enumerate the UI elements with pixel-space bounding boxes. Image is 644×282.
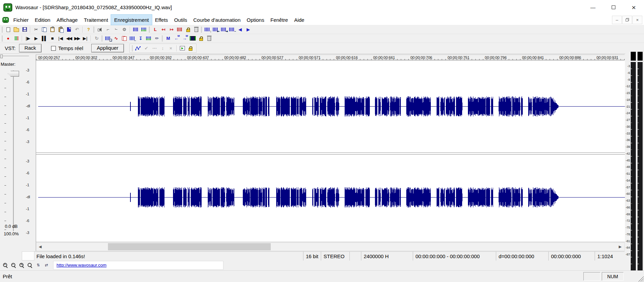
menu-fichier[interactable]: Fichier [10, 15, 32, 25]
scrollbar-thumb[interactable] [108, 243, 271, 250]
master-slider-handle[interactable] [8, 71, 19, 77]
ruler-label: 00:00:00:661 [373, 56, 395, 60]
menu-affichage[interactable]: Affichage [53, 15, 81, 25]
resample-icon[interactable]: ↔ [128, 35, 137, 42]
stop-icon[interactable]: ■ [48, 35, 57, 42]
pause-icon[interactable]: ▌▌ [40, 35, 48, 42]
record-icon[interactable]: ● [4, 35, 12, 42]
zoom-selection-icon[interactable]: ∿ [18, 262, 26, 269]
nudge-right-icon[interactable]: ▶ [244, 26, 252, 33]
automation-smooth-icon[interactable]: ⋯ [151, 45, 159, 52]
vst-lock-icon[interactable] [187, 45, 195, 52]
zoom-out-icon[interactable]: − [10, 262, 18, 269]
menu-enregistrement[interactable]: Enregistrement [111, 15, 152, 25]
close-button[interactable]: × [624, 0, 644, 15]
spectrum-view-icon[interactable] [140, 26, 148, 33]
help-icon[interactable]: ? [84, 26, 93, 33]
menu-courbe-d-automation[interactable]: Courbe d'automation [190, 15, 244, 25]
open-file-icon[interactable] [12, 26, 20, 33]
wave-op-flatten-icon [229, 28, 235, 31]
automation-clear-icon[interactable]: × [167, 45, 175, 52]
mdi-restore-button[interactable] [622, 16, 632, 24]
zoom-horizontal-icon[interactable]: ⇄ [42, 262, 50, 269]
vst-rack-button[interactable]: Rack [19, 44, 42, 52]
marker-all-icon[interactable] [176, 26, 184, 33]
maximize-button[interactable] [603, 0, 624, 15]
lock-icon[interactable] [197, 35, 205, 42]
menu-options[interactable]: Options [244, 15, 267, 25]
menu-effets[interactable]: Effets [152, 15, 171, 25]
fast-forward-icon[interactable]: ▶▶ [73, 35, 81, 42]
statistics-icon[interactable]: ↧ [137, 35, 145, 42]
waveform-view-icon[interactable] [132, 26, 140, 33]
wrench-icon[interactable]: ⚙ [120, 26, 128, 33]
mdi-close-button[interactable]: × [632, 16, 642, 24]
minimize-button[interactable]: — [583, 0, 603, 15]
play-from-cursor-icon[interactable]: |▶ [24, 35, 32, 42]
vst-apply-button[interactable]: Appliquer [91, 44, 124, 52]
zoom-vertical-icon[interactable]: ⇅ [34, 262, 42, 269]
wave-display-icon[interactable] [189, 35, 197, 42]
menu-outils[interactable]: Outils [171, 15, 190, 25]
cut-icon[interactable]: ✂ [32, 26, 40, 33]
master-slider-track[interactable] [13, 70, 14, 231]
marker-m-icon[interactable]: M [164, 35, 172, 42]
zoom-in-icon[interactable]: + [1, 262, 10, 269]
play-icon[interactable]: ▶ [32, 35, 40, 42]
marker-m-next-icon[interactable]: →M [180, 35, 189, 42]
menu-edition[interactable]: Edition [32, 15, 53, 25]
paste-insert-icon[interactable] [65, 26, 73, 33]
marker-m-prev-icon[interactable]: ←M [172, 35, 180, 42]
horizontal-scrollbar[interactable]: ◀ ▶ [36, 242, 625, 251]
automation-nodes-icon[interactable] [134, 45, 142, 52]
save-file-icon[interactable] [20, 26, 29, 33]
panel-splitter[interactable] [1, 56, 29, 57]
analysis-icon[interactable]: ∿ [112, 35, 120, 42]
meter-scale-label: -33 [625, 132, 630, 135]
wave-op-flatten-icon[interactable]: − [228, 26, 236, 33]
waveform-canvas[interactable] [36, 60, 625, 242]
time-ruler[interactable]: 00:00:00:25700:00:00:30200:00:00:34700:0… [36, 54, 625, 60]
wave-document-icon[interactable]: ❏ [104, 35, 112, 42]
paste-icon[interactable] [48, 26, 57, 33]
zoom-all-icon[interactable] [26, 262, 34, 269]
menu-aide[interactable]: Aide [291, 15, 308, 25]
new-file-icon[interactable] [4, 26, 12, 33]
go-start-icon[interactable]: |◀ [57, 35, 65, 42]
menu-fen-tre[interactable]: Fenêtre [267, 15, 291, 25]
realtime-checkbox[interactable] [51, 46, 56, 51]
loop-icon[interactable]: ↻ [93, 35, 101, 42]
resize-grip[interactable] [638, 276, 644, 282]
marker-delete-icon[interactable] [192, 26, 200, 33]
automation-apply-icon[interactable]: ✔ [142, 45, 151, 52]
input-monitor-icon[interactable] [12, 35, 20, 42]
wave-op-split-in-icon[interactable]: ⇥ [220, 26, 228, 33]
pencil-icon[interactable]: ✏ [153, 35, 161, 42]
mdi-minimize-button[interactable]: – [612, 16, 622, 24]
automation-scale-icon[interactable]: ↕ [159, 45, 167, 52]
scroll-left-button[interactable]: ◀ [36, 243, 44, 251]
marker-prev-icon[interactable]: ↤ [159, 26, 168, 33]
go-end-icon[interactable]: ▶| [81, 35, 89, 42]
wave-op-expand-icon[interactable]: ↕ [203, 26, 211, 33]
wave-op-split-out-icon[interactable]: ⇤ [211, 26, 220, 33]
paste-special-icon[interactable] [57, 26, 65, 33]
scroll-right-button[interactable]: ▶ [616, 243, 624, 251]
autoplay-icon[interactable] [178, 45, 187, 52]
marker-lock-icon[interactable] [184, 26, 192, 33]
audio-config-icon[interactable] [96, 26, 104, 33]
undo-icon[interactable]: ↶ [73, 26, 81, 33]
connector-b-icon[interactable]: ⌐ [112, 26, 120, 33]
wavosaur-link[interactable]: http://www.wavosaur.com [57, 263, 107, 268]
menu-traitement[interactable]: Traitement [81, 15, 111, 25]
trash-icon[interactable] [205, 35, 213, 42]
copies-icon[interactable] [120, 35, 128, 42]
connector-a-icon[interactable]: ⌐ [104, 26, 112, 33]
rewind-icon[interactable]: ◀◀ [65, 35, 73, 42]
marker-list-icon[interactable] [145, 35, 153, 42]
copy-icon[interactable] [40, 26, 48, 33]
marker-add-icon[interactable]: L [151, 26, 159, 33]
left-scale-label: -3 [26, 68, 29, 72]
marker-next-icon[interactable]: ↦ [168, 26, 176, 33]
nudge-left-icon[interactable]: ◀ [236, 26, 244, 33]
